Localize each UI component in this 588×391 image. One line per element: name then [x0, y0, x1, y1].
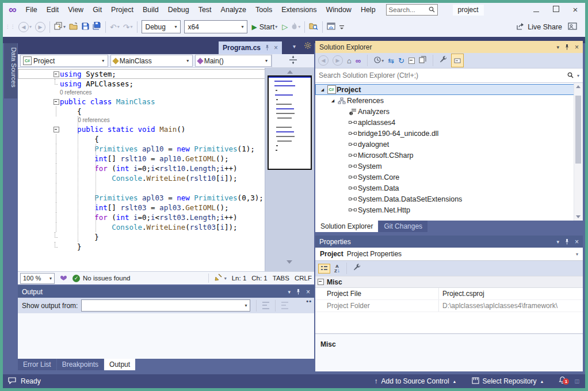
expander-expanded-icon[interactable]: ◢ — [319, 88, 326, 92]
code-line[interactable]: } — [18, 242, 265, 252]
tab-breakpoints[interactable]: Breakpoints — [57, 359, 104, 370]
line-indicator[interactable]: Ln: 1 — [232, 275, 247, 282]
menu-build[interactable]: Build — [138, 3, 163, 17]
tab-git-changes[interactable]: Git Changes — [379, 221, 427, 232]
start-debugging-button[interactable]: ▶ Start ▾ — [250, 20, 280, 34]
collapse-all-icon[interactable] — [408, 58, 415, 64]
type-dropdown[interactable]: MainClass▾ — [110, 55, 193, 67]
redo-button[interactable]: ↷▾ — [121, 20, 135, 34]
search-box[interactable]: Search... — [386, 4, 438, 16]
properties-wrench-icon[interactable] — [440, 56, 447, 65]
back-icon[interactable]: ◀ — [318, 55, 329, 66]
code-editor[interactable]: using System;using APLClasses;0 referenc… — [18, 68, 314, 271]
solution-explorer-search[interactable]: Search Solution Explorer (Ctrl+;) ▾ — [315, 68, 583, 83]
feedback-bubble-icon[interactable] — [8, 376, 16, 386]
tree-scrollbar[interactable] — [574, 83, 583, 221]
clear-all-icon[interactable] — [262, 302, 269, 309]
code-line[interactable]: Primitives apl03 = new Primitives(0,3); — [18, 193, 265, 203]
categorized-button[interactable] — [318, 264, 330, 274]
search-context-badge[interactable]: project — [453, 5, 484, 16]
property-value[interactable]: Project.csproj — [439, 288, 583, 299]
save-button[interactable] — [80, 20, 91, 34]
menu-window[interactable]: Window — [321, 3, 356, 17]
toggle-word-wrap-icon[interactable] — [281, 302, 288, 309]
tree-item-references[interactable]: ◢References — [315, 95, 583, 106]
code-line[interactable]: Primitives apl10 = new Primitives(1); — [18, 144, 265, 154]
minimap-scrollbar[interactable] — [265, 68, 314, 271]
codelens-references-link[interactable]: 0 references — [18, 116, 265, 124]
line-ending-indicator[interactable]: CRLF — [295, 275, 312, 282]
tree-item-analyzers[interactable]: Analyzers — [315, 106, 583, 117]
tree-item-microsoft-csharp[interactable]: Microsoft.CSharp — [315, 150, 583, 161]
property-group-misc[interactable]: Misc — [315, 276, 583, 288]
code-line[interactable]: for (int i=0;i<rslt03.Length;i++) — [18, 212, 265, 222]
window-position-chevron-icon[interactable]: ▾ — [556, 44, 559, 50]
minimize-button[interactable] — [526, 3, 546, 17]
menu-extensions[interactable]: Extensions — [277, 3, 321, 17]
document-health-indicator[interactable]: ✓ No issues found — [72, 275, 130, 282]
tree-item-bridge190-64-unicode-dll[interactable]: bridge190-64_unicode.dll — [315, 128, 583, 139]
tree-item-system-data[interactable]: System.Data — [315, 183, 583, 193]
switch-views-icon[interactable]: ∞ — [356, 56, 361, 65]
menu-project[interactable]: Project — [106, 3, 138, 17]
live-share-button[interactable]: Live Share — [516, 22, 562, 32]
tree-item-aplclasses4[interactable]: aplclasses4 — [315, 117, 583, 128]
code-line[interactable]: } — [18, 232, 265, 242]
scroll-up-icon[interactable] — [576, 85, 581, 88]
code-line[interactable]: using System; — [18, 69, 265, 79]
expander-expanded-icon[interactable]: ◢ — [329, 98, 337, 103]
forward-icon[interactable]: ▶ — [333, 55, 343, 66]
maximize-button[interactable] — [546, 3, 566, 17]
select-repository-button[interactable]: Select Repository ▲ — [472, 376, 544, 386]
property-row-project-file[interactable]: Project FileProject.csproj — [315, 288, 583, 300]
code-line[interactable]: Console.WriteLine(rslt03[i]); — [18, 222, 265, 232]
property-pages-wrench-icon[interactable] — [353, 264, 361, 273]
pin-panel-icon[interactable] — [296, 287, 301, 297]
zoom-select[interactable]: 100 %▾ — [20, 273, 55, 284]
hot-reload-button[interactable]: ▾ — [289, 20, 302, 34]
menu-debug[interactable]: Debug — [163, 3, 194, 17]
menu-test[interactable]: Test — [194, 3, 216, 17]
code-line[interactable]: int[] rslt10 = apl10.GetIOML(); — [18, 154, 265, 164]
close-panel-icon[interactable]: × — [306, 288, 310, 296]
code-line[interactable]: Console.WriteLine(rslt10[i]); — [18, 173, 265, 183]
solution-configuration-select[interactable]: Debug▾ — [142, 20, 181, 33]
pin-panel-icon[interactable] — [564, 42, 570, 52]
start-without-debugging-button[interactable]: ▷ — [280, 20, 289, 34]
open-file-button[interactable] — [67, 20, 80, 34]
properties-object-selector[interactable]: Project Project Properties ▾ — [315, 248, 583, 261]
output-panel-header[interactable]: Output ▾ × — [18, 286, 314, 298]
undo-button[interactable]: ↶▾ — [108, 20, 121, 34]
output-source-select[interactable]: ▾ — [81, 299, 250, 312]
preview-selected-items-button[interactable] — [451, 54, 464, 67]
project-dropdown[interactable]: C# Project▾ — [20, 55, 108, 67]
pending-changes-filter-icon[interactable]: ▾ — [374, 56, 384, 65]
property-value[interactable]: D:\aplclasses\aplclasses4\framework\ — [439, 300, 583, 312]
pin-tab-icon[interactable] — [265, 43, 270, 53]
scrollbar-thumb[interactable] — [575, 96, 581, 164]
vs-feedback-icon[interactable] — [60, 273, 67, 283]
codelens-references-link[interactable]: 0 references — [18, 89, 265, 97]
outline-collapse-icon[interactable] — [54, 127, 59, 132]
tab-error-list[interactable]: Error List — [18, 359, 56, 370]
home-icon[interactable]: ⌂ — [347, 56, 352, 65]
code-line[interactable]: using APLClasses; — [18, 79, 265, 89]
properties-header[interactable]: Properties ▾ × — [315, 236, 583, 248]
column-indicator[interactable]: Ch: 1 — [251, 275, 268, 282]
show-all-files-icon[interactable] — [419, 56, 426, 65]
menu-git[interactable]: Git — [88, 3, 106, 17]
window-position-chevron-icon[interactable]: ▾ — [556, 239, 559, 245]
menu-edit[interactable]: Edit — [42, 3, 64, 17]
add-to-source-control-button[interactable]: ↑ Add to Source Control ▲ — [374, 377, 456, 385]
tab-output[interactable]: Output — [104, 359, 135, 370]
close-panel-icon[interactable]: × — [575, 43, 579, 51]
code-line[interactable]: { — [18, 107, 265, 116]
solution-explorer-header[interactable]: Solution Explorer ▾ × — [315, 41, 583, 53]
tabs-indicator[interactable]: TABS — [273, 275, 289, 282]
code-line[interactable]: int[] rslt03 = apl03.GetIOML(); — [18, 203, 265, 212]
resize-grip[interactable]: ◫ — [574, 378, 580, 384]
code-cleanup-button[interactable]: ▾ — [214, 273, 227, 283]
search-options-chevron-icon[interactable]: ▾ — [577, 73, 579, 78]
code-line[interactable]: for (int i=0;i<rslt10.Length;i++) — [18, 164, 265, 173]
sign-in-avatar-icon[interactable] — [568, 22, 577, 32]
